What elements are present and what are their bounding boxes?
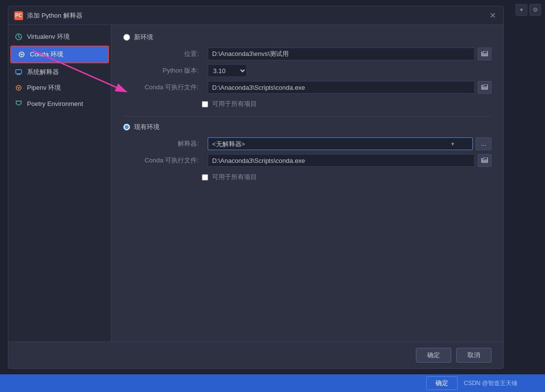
conda-exec-label-existing: Conda 可执行文件: — [133, 156, 202, 165]
sidebar-item-label-poetry: Poetry Environment — [27, 100, 83, 107]
conda-exec-folder-btn-existing[interactable] — [478, 154, 491, 167]
existing-env-checkbox-row: 可用于所有项目 — [202, 173, 491, 182]
dialog-body: Virtualenv 环境 Conda 环境 — [8, 25, 503, 341]
pipenv-icon — [14, 83, 23, 92]
more-icon: ... — [481, 140, 486, 147]
sidebar-item-pipenv[interactable]: Pipenv 环境 — [8, 80, 111, 96]
conda-exec-input-row-new — [208, 81, 491, 94]
location-input-row — [208, 48, 491, 60]
existing-env-form: 解释器: <无解释器> ▼ ... Conda 可执行文件: — [133, 137, 491, 167]
conda-exec-input-existing[interactable] — [208, 154, 475, 167]
sidebar-item-virtualenv[interactable]: Virtualenv 环境 — [8, 29, 111, 45]
settings-icon-btn[interactable]: ⚙ — [529, 4, 541, 16]
virtualenv-icon — [14, 32, 23, 41]
new-env-radio[interactable] — [123, 34, 130, 41]
interpreter-label: 解释器: — [133, 139, 202, 148]
settings-icon: ⚙ — [533, 6, 538, 13]
interpreter-more-btn[interactable]: ... — [476, 137, 491, 150]
watermark-label: CSDN @智造王天锤 — [463, 379, 518, 388]
sidebar-item-label-conda: Conda 环境 — [30, 50, 63, 59]
location-label: 位置: — [133, 50, 202, 58]
dialog-title: 添加 Python 解释器 — [27, 11, 488, 20]
new-env-form: 位置: Python 版本: — [133, 48, 491, 94]
bottom-bar: 确定 CSDN @智造王天锤 — [0, 374, 545, 392]
new-env-label[interactable]: 新环境 — [134, 33, 153, 42]
dialog-app-icon: PC — [14, 11, 23, 20]
python-version-label: Python 版本: — [133, 66, 202, 75]
python-version-select[interactable]: 3.10 3.9 3.8 — [208, 64, 247, 77]
dialog-footer: 确定 取消 — [8, 341, 503, 368]
interpreter-dropdown-wrapper: <无解释器> ▼ — [208, 137, 473, 150]
add-interpreter-dialog: PC 添加 Python 解释器 ✕ Virtualenv 环境 — [8, 6, 504, 369]
cancel-button[interactable]: 取消 — [456, 348, 491, 363]
python-version-row: 3.10 3.9 3.8 — [208, 64, 491, 77]
existing-env-label[interactable]: 现有环境 — [134, 123, 160, 131]
sidebar-item-poetry[interactable]: Poetry Environment — [8, 96, 111, 111]
conda-exec-input-row-existing — [208, 154, 491, 167]
sidebar: Virtualenv 环境 Conda 环境 — [8, 25, 111, 341]
new-env-checkbox-row: 可用于所有项目 — [202, 100, 491, 108]
location-folder-btn[interactable] — [478, 48, 491, 60]
main-content: 新环境 位置: Pytho — [111, 25, 503, 341]
sidebar-item-conda[interactable]: Conda 环境 — [11, 47, 108, 62]
bottom-confirm-button[interactable]: 确定 — [426, 376, 458, 390]
svg-rect-2 — [16, 70, 22, 74]
svg-point-6 — [16, 85, 21, 90]
dialog-titlebar: PC 添加 Python 解释器 ✕ — [8, 6, 503, 25]
existing-env-radio[interactable] — [123, 124, 130, 131]
new-env-radio-row: 新环境 — [123, 33, 491, 42]
existing-env-section: 现有环境 解释器: <无解释器> ▼ ... — [123, 123, 491, 182]
interpreter-input-row: <无解释器> ▼ ... — [208, 137, 491, 150]
conda-exec-label-new: Conda 可执行文件: — [133, 83, 202, 92]
conda-icon — [17, 50, 26, 59]
conda-exec-input-new[interactable] — [208, 81, 475, 94]
dropdown-icon-btn[interactable]: ▾ — [516, 4, 527, 16]
sidebar-item-label-system: 系统解释器 — [27, 68, 59, 77]
interpreter-select[interactable]: <无解释器> — [208, 137, 473, 150]
existing-env-radio-row: 现有环境 — [123, 123, 491, 131]
system-icon — [14, 68, 23, 77]
conda-exec-folder-btn-new[interactable] — [478, 81, 491, 94]
sidebar-item-label-pipenv: Pipenv 环境 — [27, 83, 61, 92]
poetry-icon — [14, 99, 23, 108]
confirm-button[interactable]: 确定 — [416, 348, 451, 363]
dropdown-icon: ▾ — [520, 6, 523, 13]
section-divider — [123, 116, 491, 117]
existing-env-checkbox-label: 可用于所有项目 — [212, 173, 257, 182]
sidebar-item-label-virtualenv: Virtualenv 环境 — [27, 32, 70, 41]
existing-env-checkbox[interactable] — [202, 174, 208, 181]
new-env-checkbox-label: 可用于所有项目 — [212, 100, 257, 108]
new-env-checkbox[interactable] — [202, 101, 208, 107]
dialog-close-button[interactable]: ✕ — [488, 11, 497, 21]
location-input[interactable] — [208, 48, 475, 60]
sidebar-item-system[interactable]: 系统解释器 — [8, 64, 111, 80]
new-env-section: 新环境 位置: Pytho — [123, 33, 491, 108]
